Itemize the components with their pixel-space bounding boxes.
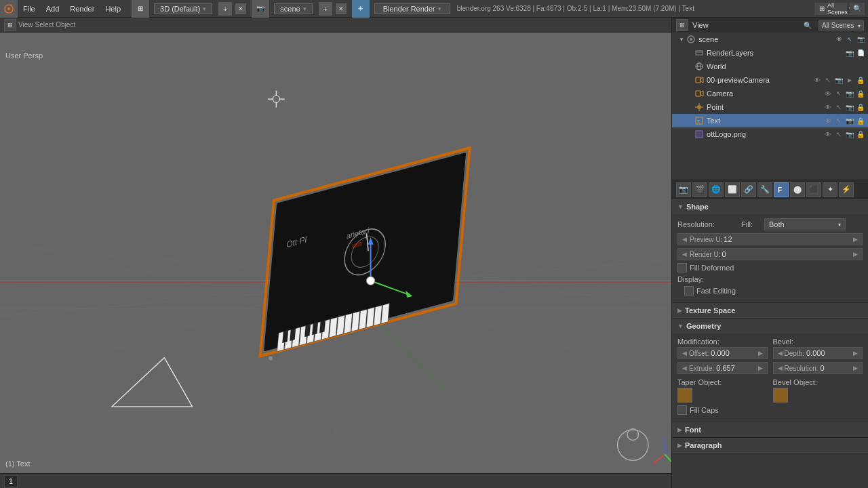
shape-header[interactable]: ▼ Shape xyxy=(672,199,868,214)
render-engine-selector[interactable]: Blender Render ▾ xyxy=(374,3,450,14)
render-u-field[interactable]: ◀ Render U: 0 ▶ xyxy=(677,248,863,260)
outliner-item-point[interactable]: Point 👁 ↖ 📷 🔒 xyxy=(672,100,868,114)
scene-selector[interactable]: scene ▾ xyxy=(274,3,312,14)
menu-file[interactable]: File xyxy=(18,0,41,17)
pc-sel-icon[interactable]: ↖ xyxy=(823,75,833,85)
font-header[interactable]: ▶ Font xyxy=(672,422,868,437)
constraints-icon[interactable]: 🔗 xyxy=(741,182,756,197)
add-scene-button[interactable]: + xyxy=(319,2,332,16)
close-workspace-button[interactable]: ✕ xyxy=(235,3,246,14)
camera-icon[interactable]: 📷 xyxy=(252,0,269,18)
bevel-resolution-field[interactable]: ◀ Resolution: 0 ▶ xyxy=(773,362,863,374)
outliner-item-previewcamera[interactable]: 00-previewCamera 👁 ↖ 📷 ▶ 🔒 xyxy=(672,73,868,87)
fill-deformed-label: Fill Deformed xyxy=(690,264,734,272)
preview-u-field[interactable]: ◀ Preview U: 12 ▶ xyxy=(677,233,863,245)
txt-rend-icon[interactable]: 📷 xyxy=(845,116,854,125)
outliner-item-scene[interactable]: ▼ scene 👁 ↖ 📷 xyxy=(672,33,868,46)
modifier-icon[interactable]: 🔧 xyxy=(757,182,772,197)
outliner-scenes-dropdown[interactable]: All Scenes ▾ xyxy=(818,20,864,30)
cam-rend-icon[interactable]: 📷 xyxy=(845,89,854,98)
texture-icon[interactable]: ⬛ xyxy=(806,182,821,197)
logo-sel-icon[interactable]: ↖ xyxy=(834,129,844,139)
taper-swatch[interactable] xyxy=(677,388,692,403)
txt-vis-icon[interactable]: 👁 xyxy=(823,116,833,125)
fast-editing-checkbox[interactable] xyxy=(684,286,694,296)
frame-indicator[interactable]: 1 xyxy=(4,475,18,487)
data-props-icon[interactable]: F xyxy=(774,182,789,197)
pc-rend-icon[interactable]: 📷 xyxy=(834,75,844,85)
workspace-selector[interactable]: 3D (Default) ▾ xyxy=(154,3,212,14)
fill-dropdown[interactable]: Both ▾ xyxy=(764,218,846,230)
scene-area[interactable]: Ott Pl anetari um User xyxy=(0,33,671,473)
logo-lock-icon[interactable]: 🔒 xyxy=(856,129,865,139)
geometry-header[interactable]: ▼ Geometry xyxy=(672,319,868,333)
3d-viewport[interactable]: ⊞ View Select Object xyxy=(0,18,671,488)
pc-lock-icon[interactable]: 🔒 xyxy=(856,75,865,85)
cam-vis-icon[interactable]: 👁 xyxy=(823,89,833,98)
texture-space-header[interactable]: ▶ Texture Space xyxy=(672,303,868,318)
outliner-item-ottlogo[interactable]: ottLogo.png 👁 ↖ 📷 🔒 xyxy=(672,127,868,141)
geometry-arrow: ▼ xyxy=(677,323,684,329)
search-button[interactable]: 🔍 xyxy=(850,3,865,15)
camera-expand[interactable] xyxy=(686,89,694,98)
pc-extra-icon[interactable]: ▶ xyxy=(845,75,854,85)
render-icon[interactable]: ☀ xyxy=(352,0,370,18)
pt-rend-icon[interactable]: 📷 xyxy=(845,102,854,112)
add-workspace-button[interactable]: + xyxy=(218,2,232,16)
renderlayers-file-icon[interactable]: 📄 xyxy=(856,48,865,58)
outliner-item-renderlayers[interactable]: RenderLayers 📷 📄 xyxy=(672,46,868,60)
cam-lock-icon[interactable]: 🔒 xyxy=(856,89,865,98)
material-icon[interactable]: ⬤ xyxy=(790,182,805,197)
physics-icon[interactable]: ⚡ xyxy=(839,182,854,197)
outliner-search-icon[interactable]: 🔍 xyxy=(804,22,812,29)
logo-vis-icon[interactable]: 👁 xyxy=(823,129,833,139)
screen-layout-icon[interactable]: ⊞ xyxy=(132,0,149,18)
render-props-icon[interactable]: 📷 xyxy=(676,182,691,197)
depth-field[interactable]: ◀ Depth: 0.000 ▶ xyxy=(773,347,863,359)
txt-lock-icon[interactable]: 🔒 xyxy=(856,116,865,125)
menu-help[interactable]: Help xyxy=(100,0,126,17)
extrude-value: 0.657 xyxy=(716,364,735,372)
menu-add[interactable]: Add xyxy=(41,0,65,17)
pc-vis-icon[interactable]: 👁 xyxy=(812,75,822,85)
ottlogo-expand[interactable] xyxy=(686,130,694,138)
visibility-icon[interactable]: 👁 xyxy=(834,35,844,44)
outliner-header: ⊞ View 🔍 All Scenes ▾ xyxy=(672,18,868,33)
cam-sel-icon[interactable]: ↖ xyxy=(834,89,844,98)
fill-caps-checkbox[interactable] xyxy=(677,405,687,415)
expand-icon[interactable]: ▼ xyxy=(677,35,686,43)
paragraph-header[interactable]: ▶ Paragraph xyxy=(672,438,868,453)
logo-rend-icon[interactable]: 📷 xyxy=(845,129,854,139)
outliner-type-icon[interactable]: ⊞ xyxy=(676,19,688,31)
top-menu-bar: File Add Render Help ⊞ 3D (Default) ▾ + … xyxy=(0,0,868,18)
world-expand[interactable] xyxy=(686,62,694,70)
outliner-item-text[interactable]: T Text 👁 ↖ 📷 🔒 xyxy=(672,114,868,127)
previewcamera-expand[interactable] xyxy=(686,76,694,84)
world-props-icon[interactable]: 🌐 xyxy=(709,182,724,197)
object-props-icon[interactable]: ⬜ xyxy=(725,182,740,197)
outliner-item-camera[interactable]: Camera 👁 ↖ 📷 🔒 xyxy=(672,87,868,100)
bevel-swatch[interactable] xyxy=(773,388,788,403)
render-icon[interactable]: 📷 xyxy=(856,35,865,44)
renderlayers-expand[interactable] xyxy=(686,49,694,57)
renderlayers-camera-icon[interactable]: 📷 xyxy=(845,48,854,58)
close-scene-button[interactable]: ✕ xyxy=(336,3,347,14)
all-scenes-dropdown[interactable]: All Scenes ▾ xyxy=(832,3,847,15)
scene-props-icon[interactable]: 🎬 xyxy=(692,182,707,197)
pt-lock-icon[interactable]: 🔒 xyxy=(856,102,865,112)
particles-icon[interactable]: ✦ xyxy=(823,182,837,197)
outliner-item-world[interactable]: World xyxy=(672,60,868,73)
select-icon[interactable]: ↖ xyxy=(845,35,854,44)
blender-logo[interactable] xyxy=(0,0,18,18)
txt-sel-icon[interactable]: ↖ xyxy=(834,116,844,125)
point-expand[interactable] xyxy=(686,103,694,111)
text-expand[interactable] xyxy=(686,117,694,125)
pt-sel-icon[interactable]: ↖ xyxy=(834,102,844,112)
fill-deformed-checkbox[interactable] xyxy=(677,263,687,272)
menu-render[interactable]: Render xyxy=(64,0,100,17)
offset-field[interactable]: ◀ Offset: 0.000 ▶ xyxy=(677,347,768,359)
extrude-field[interactable]: ◀ Extrude: 0.657 ▶ xyxy=(677,362,768,374)
viewport-type-icon[interactable]: ⊞ xyxy=(4,19,16,31)
pt-vis-icon[interactable]: 👁 xyxy=(823,102,833,112)
bevel-obj-label: Bevel Object: xyxy=(773,378,817,386)
